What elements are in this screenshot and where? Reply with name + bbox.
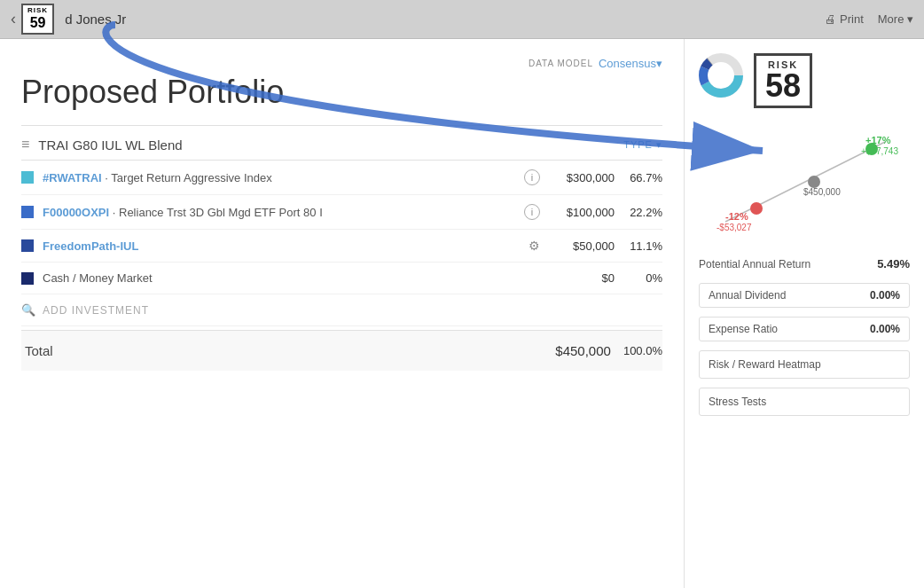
risk-reward-chart: -12% -$53,027 $450,000 +17% +$77,743 REA… — [699, 124, 912, 239]
inv-settings-icon-2[interactable]: ⚙ — [529, 239, 540, 253]
inv-percent-1: 22.2% — [627, 206, 662, 219]
annual-dividend-box[interactable]: Annual Dividend 0.00% — [699, 283, 910, 308]
annual-return-label: Potential Annual Return — [699, 258, 877, 270]
search-icon: 🔍 — [21, 303, 35, 317]
svg-point-7 — [808, 176, 820, 188]
total-row: Total $450,000 100.0% — [21, 330, 662, 371]
total-percent: 100.0% — [623, 344, 662, 357]
nav-risk-badge: RISK 59 — [21, 4, 54, 34]
data-model-row: DATA MODEL Consensus▾ — [21, 57, 662, 70]
investment-row: Cash / Money Market $0 0% — [21, 263, 662, 294]
inv-percent-3: 0% — [627, 271, 662, 285]
left-panel: DATA MODEL Consensus▾ Proposed Portfolio… — [0, 39, 685, 588]
inv-amount-1: $100,000 — [552, 206, 615, 219]
svg-text:$450,000: $450,000 — [803, 187, 841, 197]
main-content: DATA MODEL Consensus▾ Proposed Portfolio… — [0, 39, 924, 588]
annual-dividend-label: Annual Dividend — [709, 289, 789, 302]
page-title: Proposed Portfolio — [21, 74, 662, 111]
svg-text:+$77,743: +$77,743 — [861, 146, 898, 156]
svg-point-6 — [750, 202, 763, 215]
risk-pie-chart — [699, 53, 743, 98]
inv-amount-0: $300,000 — [552, 171, 615, 184]
printer-icon: 🖨 — [825, 12, 836, 26]
inv-percent-2: 11.1% — [627, 239, 662, 253]
add-investment-button[interactable]: 🔍 ADD INVESTMENT — [21, 294, 662, 326]
back-button[interactable]: ‹ RISK 59 — [11, 4, 54, 34]
hamburger-icon[interactable]: ≡ — [21, 137, 29, 153]
risk-widget: RISK 58 — [699, 53, 910, 108]
type-selector[interactable]: TYPE ▾ — [623, 139, 662, 151]
inv-percent-0: 66.7% — [627, 171, 662, 184]
investment-row: #RWATRAI · Target Return Aggressive Inde… — [21, 161, 662, 195]
inv-color-box-3 — [21, 272, 34, 285]
risk-reward-heatmap-label: Risk / Reward Heatmap — [709, 358, 821, 371]
inv-color-box-0 — [21, 171, 34, 184]
svg-text:-12%: -12% — [725, 211, 748, 222]
inv-name-2: FreedomPath-IUL — [43, 239, 529, 253]
risk-reward-heatmap-button[interactable]: Risk / Reward Heatmap — [699, 350, 910, 379]
section-name: TRAI G80 IUL WL Blend — [38, 137, 623, 153]
total-label: Total — [21, 343, 549, 358]
inv-info-icon-0[interactable]: i — [524, 169, 540, 185]
inv-info-icon-1[interactable]: i — [524, 204, 540, 220]
data-model-selector[interactable]: Consensus▾ — [599, 57, 662, 70]
nav-risk-label: RISK — [27, 7, 48, 15]
stress-tests-button[interactable]: Stress Tests — [699, 388, 910, 416]
inv-name-1: F00000OXPI · Reliance Trst 3D Gbl Mgd ET… — [43, 206, 524, 219]
print-button[interactable]: 🖨 Print — [825, 12, 864, 26]
data-model-label: DATA MODEL — [529, 59, 593, 68]
annual-dividend-value: 0.00% — [870, 289, 900, 302]
svg-text:-$53,027: -$53,027 — [716, 223, 752, 232]
expense-ratio-label: Expense Ratio — [709, 323, 789, 335]
add-investment-label: ADD INVESTMENT — [43, 304, 149, 317]
top-navigation: ‹ RISK 59 d Jones Jr 🖨 Print More ▾ — [0, 0, 924, 39]
inv-color-box-2 — [21, 239, 34, 252]
print-label: Print — [840, 12, 864, 26]
right-panel: RISK 58 -12% -$53,027 $450,000 — [685, 39, 924, 588]
type-chevron: ▾ — [656, 139, 662, 150]
risk-chart-area: -12% -$53,027 $450,000 +17% +$77,743 REA… — [699, 124, 910, 239]
section-header: ≡ TRAI G80 IUL WL Blend TYPE ▾ — [21, 126, 662, 161]
investment-row: F00000OXPI · Reliance Trst 3D Gbl Mgd ET… — [21, 195, 662, 230]
total-amount: $450,000 — [549, 343, 611, 358]
portfolio-section: ≡ TRAI G80 IUL WL Blend TYPE ▾ #RWATRAI … — [21, 125, 662, 326]
inv-amount-3: $0 — [552, 271, 615, 285]
data-model-chevron: ▾ — [656, 57, 662, 70]
annual-return-row: Potential Annual Return 5.49% — [699, 254, 910, 274]
client-name: d Jones Jr — [65, 12, 126, 27]
inv-color-box-1 — [21, 206, 34, 218]
inv-amount-2: $50,000 — [552, 239, 615, 253]
inv-name-0: #RWATRAI · Target Return Aggressive Inde… — [43, 171, 524, 184]
investment-row: FreedomPath-IUL ⚙ $50,000 11.1% — [21, 230, 662, 263]
stress-tests-label: Stress Tests — [709, 396, 766, 408]
back-arrow-icon: ‹ — [11, 10, 16, 28]
svg-text:+17%: +17% — [865, 135, 891, 145]
risk-badge-large: RISK 58 — [754, 53, 812, 108]
annual-return-value: 5.49% — [877, 257, 910, 270]
expense-ratio-box[interactable]: Expense Ratio 0.00% — [699, 317, 910, 341]
risk-number-large: 58 — [765, 70, 801, 102]
nav-risk-number: 59 — [27, 15, 48, 31]
more-button[interactable]: More ▾ — [878, 12, 913, 26]
expense-ratio-value: 0.00% — [870, 323, 900, 335]
inv-name-3: Cash / Money Market — [43, 271, 552, 285]
